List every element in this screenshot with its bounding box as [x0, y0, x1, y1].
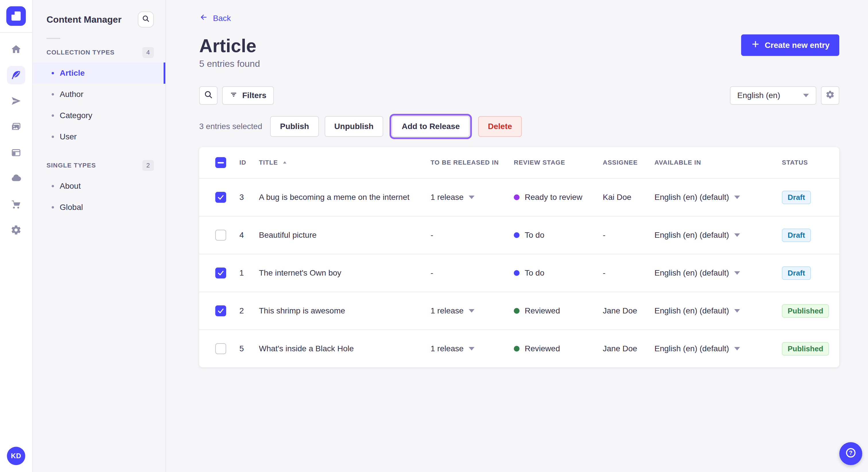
cell-assignee: Jane Doe — [603, 306, 654, 315]
column-header-assignee[interactable]: ASSIGNEE — [603, 159, 654, 166]
row-checkbox[interactable] — [215, 230, 226, 241]
search-icon — [204, 90, 213, 101]
rail-nav-items — [7, 33, 25, 239]
rail-item-marketplace[interactable] — [7, 195, 25, 213]
table-row[interactable]: 5What's inside a Black Hole1 releaseRevi… — [199, 330, 839, 367]
search-entries-button[interactable] — [199, 86, 218, 105]
column-header-to-be-released-in[interactable]: TO BE RELEASED IN — [431, 159, 514, 166]
cell-review-stage: To do — [514, 268, 603, 278]
locale-caret-icon[interactable] — [734, 309, 740, 312]
section-count-badge: 4 — [143, 47, 154, 58]
sidebar-search-button[interactable] — [138, 11, 154, 28]
select-all-checkbox[interactable] — [215, 157, 226, 168]
sidebar-item-about[interactable]: About — [33, 175, 165, 197]
locale-caret-icon[interactable] — [734, 196, 740, 199]
sidebar-item-label: User — [60, 132, 76, 141]
release-caret-icon[interactable] — [469, 196, 474, 199]
rail-item-settings[interactable] — [7, 221, 25, 239]
column-header-review-stage[interactable]: REVIEW STAGE — [514, 159, 603, 166]
status-badge: Draft — [782, 229, 811, 242]
sidebar-sections: COLLECTION TYPES4ArticleAuthorCategoryUs… — [33, 47, 165, 218]
arrow-left-icon — [199, 12, 208, 24]
sidebar-title: Content Manager — [46, 14, 121, 25]
home-icon — [11, 44, 22, 55]
back-link[interactable]: Back — [199, 12, 231, 24]
cell-status: Draft — [782, 266, 839, 280]
cell-review-stage: Reviewed — [514, 306, 603, 315]
create-new-entry-button[interactable]: Create new entry — [741, 34, 839, 56]
row-checkbox[interactable] — [215, 268, 226, 278]
sidebar-item-label: Author — [60, 90, 84, 99]
filters-button[interactable]: Filters — [222, 86, 274, 105]
cell-assignee: Kai Doe — [603, 193, 654, 202]
cell-to-be-released-in: - — [431, 268, 514, 278]
sidebar-item-label: Article — [60, 69, 85, 78]
column-header-available-in[interactable]: AVAILABLE IN — [654, 159, 782, 166]
sidebar-item-user[interactable]: User — [33, 126, 165, 147]
column-header-label: TITLE — [259, 159, 278, 166]
media-library-icon — [11, 121, 22, 132]
release-caret-icon[interactable] — [469, 309, 474, 312]
table-row[interactable]: 1The internet's Own boy-To do-English (e… — [199, 254, 839, 292]
sidebar-item-author[interactable]: Author — [33, 84, 165, 105]
row-checkbox[interactable] — [215, 192, 226, 203]
add-to-release-button[interactable]: Add to Release — [392, 116, 469, 137]
sidebar-item-article[interactable]: Article — [33, 63, 165, 84]
user-avatar[interactable]: KD — [7, 447, 25, 465]
table-row[interactable]: 2This shrimp is awesome1 releaseReviewed… — [199, 292, 839, 330]
cell-title: This shrimp is awesome — [259, 306, 431, 315]
search-icon — [142, 14, 150, 25]
view-settings-button[interactable] — [821, 86, 839, 105]
stage-dot-icon — [514, 194, 520, 200]
rail-item-content-type-builder[interactable] — [7, 143, 25, 162]
locale-caret-icon[interactable] — [734, 233, 740, 237]
cell-title: Beautiful picture — [259, 231, 431, 240]
cloud-icon — [11, 173, 22, 184]
sidebar-item-label: About — [60, 181, 81, 191]
status-badge: Draft — [782, 191, 811, 204]
column-header-id[interactable]: ID — [239, 159, 259, 166]
sidebar-section: SINGLE TYPES2AboutGlobal — [33, 160, 165, 218]
unpublish-button[interactable]: Unpublish — [324, 116, 383, 137]
rail-item-releases[interactable] — [7, 92, 25, 110]
svg-text:?: ? — [849, 450, 852, 456]
help-button[interactable]: ? — [839, 442, 862, 465]
row-checkbox[interactable] — [215, 343, 226, 354]
locale-caret-icon[interactable] — [734, 271, 740, 275]
publish-button[interactable]: Publish — [270, 116, 319, 137]
delete-button[interactable]: Delete — [478, 116, 522, 137]
column-header-label: STATUS — [782, 159, 808, 166]
filter-icon — [229, 91, 238, 101]
available-locale-value: English (en) (default) — [654, 344, 729, 353]
locale-caret-icon[interactable] — [734, 347, 740, 350]
strapi-logo[interactable] — [6, 6, 26, 26]
strapi-logo-glyph-accent — [11, 16, 15, 20]
rail-item-content-manager[interactable] — [7, 66, 25, 84]
sidebar-item-category[interactable]: Category — [33, 105, 165, 126]
rail-item-cloud[interactable] — [7, 169, 25, 188]
rail-item-home[interactable] — [7, 40, 25, 59]
table-row[interactable]: 3A bug is becoming a meme on the interne… — [199, 178, 839, 216]
cell-available-in: English (en) (default) — [654, 344, 782, 353]
column-header-status[interactable]: STATUS — [782, 159, 839, 166]
sidebar-divider — [46, 38, 60, 39]
minus-icon — [218, 162, 224, 164]
column-header-title[interactable]: TITLE — [259, 159, 431, 166]
available-locale-value: English (en) (default) — [654, 306, 729, 315]
table-row[interactable]: 4Beautiful picture-To do-English (en) (d… — [199, 216, 839, 254]
release-caret-icon[interactable] — [469, 347, 474, 350]
active-indicator — [164, 63, 165, 84]
release-value: 1 release — [431, 306, 464, 315]
bullet-icon — [52, 114, 54, 117]
row-checkbox[interactable] — [215, 305, 226, 316]
sidebar-item-global[interactable]: Global — [33, 197, 165, 218]
status-badge: Published — [782, 304, 829, 318]
entries-table: IDTITLETO BE RELEASED INREVIEW STAGEASSI… — [199, 147, 839, 367]
selection-summary: 3 entries selected — [199, 122, 262, 131]
row-checkbox-cell — [199, 305, 239, 316]
locale-select[interactable]: English (en) — [730, 86, 816, 105]
cell-id: 1 — [239, 268, 259, 278]
section-header: COLLECTION TYPES4 — [33, 47, 165, 58]
stage-label: To do — [525, 268, 545, 278]
rail-item-media-library[interactable] — [7, 117, 25, 136]
